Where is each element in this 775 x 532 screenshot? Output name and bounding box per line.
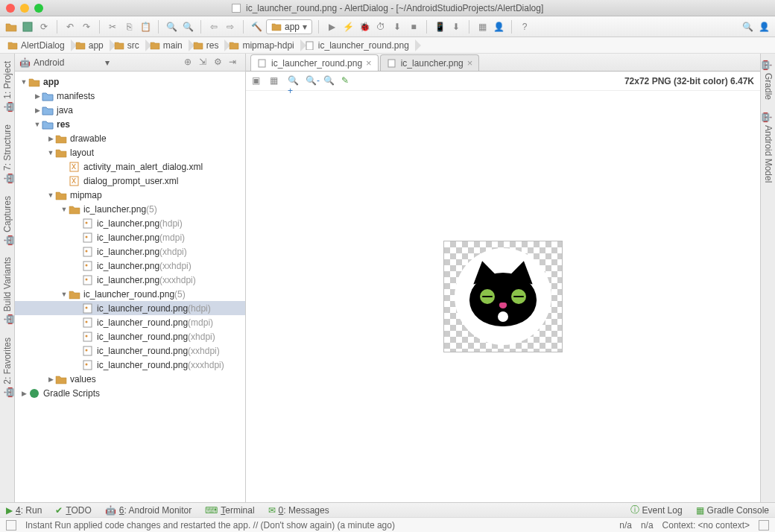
tool-window-tab[interactable]: 🤖7: Structure bbox=[2, 121, 13, 186]
bottom-tool-tab[interactable]: 🤖6: Android Monitor bbox=[105, 505, 192, 516]
tool-window-tab[interactable]: 🤖Captures bbox=[2, 193, 13, 247]
tool-window-tab[interactable]: 🤖Build Variants bbox=[2, 254, 13, 326]
replace-icon[interactable]: 🔍 bbox=[181, 20, 194, 34]
tree-node[interactable]: ▼ic_launcher.png (5) bbox=[15, 202, 245, 216]
undo-icon[interactable]: ↶ bbox=[63, 20, 77, 34]
gear-icon[interactable]: ⚙ bbox=[214, 57, 226, 69]
tree-node[interactable]: ic_launcher.png (mdpi) bbox=[15, 230, 245, 244]
target-icon[interactable]: ⊕ bbox=[184, 57, 196, 69]
search-everywhere-icon[interactable]: 🔍 bbox=[741, 20, 754, 34]
expand-arrow-icon[interactable]: ▼ bbox=[60, 206, 69, 213]
expand-arrow-icon[interactable]: ▶ bbox=[33, 107, 42, 114]
tree-node[interactable]: ▶values bbox=[15, 372, 245, 386]
expand-arrow-icon[interactable]: ▶ bbox=[46, 135, 55, 142]
project-tree[interactable]: ▼app▶manifests▶java▼res▶drawable▼layoutx… bbox=[15, 72, 245, 502]
actual-size-icon[interactable]: ▣ bbox=[252, 75, 264, 87]
project-view-label[interactable]: Android bbox=[34, 57, 102, 68]
expand-arrow-icon[interactable]: ▶ bbox=[19, 390, 28, 397]
zoom-window-button[interactable] bbox=[34, 4, 43, 13]
apply-changes-icon[interactable]: ⚡ bbox=[341, 20, 355, 34]
tree-node[interactable]: ic_launcher.png (xxxhdpi) bbox=[15, 273, 245, 287]
image-canvas[interactable] bbox=[246, 91, 760, 502]
zoom-in-icon[interactable]: 🔍+ bbox=[288, 75, 300, 87]
tree-node[interactable]: ▼res bbox=[15, 117, 245, 131]
editor-tab[interactable]: ic_launcher.png× bbox=[380, 54, 480, 71]
stop-icon[interactable]: ■ bbox=[407, 20, 420, 34]
fit-zoom-icon[interactable]: 🔍 bbox=[323, 75, 335, 87]
forward-icon[interactable]: ⇨ bbox=[224, 20, 237, 34]
tree-node[interactable]: ▼app bbox=[15, 75, 245, 89]
theme-editor-icon[interactable]: 👤 bbox=[492, 20, 505, 34]
tree-node[interactable]: ▼ic_launcher_round.png (5) bbox=[15, 287, 245, 301]
tool-window-tab[interactable]: 🤖2: Favorites bbox=[2, 335, 13, 399]
status-indicator-icon[interactable] bbox=[6, 520, 16, 531]
redo-icon[interactable]: ↷ bbox=[80, 20, 93, 34]
open-icon[interactable] bbox=[4, 20, 18, 34]
user-icon[interactable]: 👤 bbox=[757, 20, 771, 34]
hide-panel-icon[interactable]: ⇥ bbox=[229, 57, 241, 69]
bottom-tool-tab[interactable]: ⓘEvent Log bbox=[630, 504, 683, 516]
tree-node[interactable]: ▼layout bbox=[15, 145, 245, 159]
tree-node[interactable]: ic_launcher.png (xxhdpi) bbox=[15, 259, 245, 273]
close-tab-icon[interactable]: × bbox=[366, 57, 372, 69]
editor-tab[interactable]: ic_launcher_round.png× bbox=[250, 54, 379, 71]
expand-arrow-icon[interactable]: ▶ bbox=[33, 92, 42, 100]
close-tab-icon[interactable]: × bbox=[467, 57, 473, 69]
tree-node[interactable]: ic_launcher_round.png (mdpi) bbox=[15, 315, 245, 329]
bottom-tool-tab[interactable]: ✔TODO bbox=[55, 505, 91, 516]
tree-node[interactable]: xactivity_main_alert_dialog.xml bbox=[15, 159, 245, 174]
tree-node[interactable]: ic_launcher_round.png (xxhdpi) bbox=[15, 343, 245, 358]
bottom-tool-tab[interactable]: ⌨Terminal bbox=[205, 505, 254, 516]
help-icon[interactable]: ? bbox=[518, 20, 531, 34]
expand-arrow-icon[interactable]: ▼ bbox=[33, 121, 42, 128]
back-icon[interactable]: ⇦ bbox=[207, 20, 221, 34]
breadcrumb-item[interactable]: src bbox=[111, 38, 147, 53]
breadcrumb-item[interactable]: res bbox=[190, 38, 227, 53]
memory-indicator-icon[interactable] bbox=[759, 520, 769, 531]
status-context[interactable]: Context: <no context> bbox=[662, 520, 750, 531]
sync-icon[interactable]: ⟳ bbox=[37, 20, 51, 34]
tree-node[interactable]: ▶Gradle Scripts bbox=[15, 386, 245, 400]
breadcrumb-item[interactable]: app bbox=[72, 38, 111, 53]
run-config-dropdown[interactable]: app ▾ bbox=[266, 19, 312, 34]
make-icon[interactable]: 🔨 bbox=[250, 20, 263, 34]
tree-node[interactable]: ▶drawable bbox=[15, 131, 245, 145]
tool-window-tab[interactable]: 🤖1: Project bbox=[2, 58, 13, 114]
tree-node[interactable]: xdialog_prompt_user.xml bbox=[15, 174, 245, 188]
zoom-out-icon[interactable]: 🔍- bbox=[306, 75, 317, 87]
tree-node[interactable]: ic_launcher_round.png (hdpi) bbox=[15, 301, 245, 315]
expand-arrow-icon[interactable]: ▶ bbox=[46, 376, 55, 383]
collapse-icon[interactable]: ⇲ bbox=[199, 57, 211, 69]
bottom-tool-tab[interactable]: ▦Gradle Console bbox=[696, 504, 769, 516]
tree-node[interactable]: ▶java bbox=[15, 103, 245, 117]
attach-icon[interactable]: ⬇ bbox=[390, 20, 404, 34]
layout-inspector-icon[interactable]: ▦ bbox=[475, 20, 489, 34]
tree-node[interactable]: ic_launcher.png (xhdpi) bbox=[15, 244, 245, 259]
copy-icon[interactable]: ⎘ bbox=[122, 20, 136, 34]
expand-arrow-icon[interactable]: ▼ bbox=[46, 149, 55, 156]
breadcrumb-item[interactable]: mipmap-hdpi bbox=[226, 38, 301, 53]
paste-icon[interactable]: 📋 bbox=[139, 20, 152, 34]
run-icon[interactable]: ▶ bbox=[325, 20, 338, 34]
bottom-tool-tab[interactable]: ✉0: Messages bbox=[268, 505, 329, 516]
sdk-icon[interactable]: ⬇ bbox=[449, 20, 463, 34]
tree-node[interactable]: ▼mipmap bbox=[15, 188, 245, 202]
debug-icon[interactable]: 🐞 bbox=[358, 20, 371, 34]
find-icon[interactable]: 🔍 bbox=[165, 20, 178, 34]
expand-arrow-icon[interactable]: ▼ bbox=[19, 78, 28, 86]
color-picker-icon[interactable]: ✎ bbox=[341, 75, 353, 87]
tool-window-tab[interactable]: 🤖Android Model bbox=[763, 110, 774, 186]
chevron-down-icon[interactable]: ▾ bbox=[105, 57, 110, 68]
breadcrumb-item[interactable]: main bbox=[147, 38, 190, 53]
tree-node[interactable]: ic_launcher.png (hdpi) bbox=[15, 216, 245, 230]
grid-icon[interactable]: ▦ bbox=[270, 75, 282, 87]
tool-window-tab[interactable]: 🤖Gradle bbox=[763, 58, 774, 103]
tree-node[interactable]: ic_launcher_round.png (xhdpi) bbox=[15, 329, 245, 343]
breadcrumb-item[interactable]: AlertDialog bbox=[4, 38, 72, 53]
cut-icon[interactable]: ✂ bbox=[106, 20, 119, 34]
expand-arrow-icon[interactable]: ▼ bbox=[60, 291, 69, 298]
bottom-tool-tab[interactable]: ▶4: Run bbox=[6, 505, 42, 516]
breadcrumb-item[interactable]: ic_launcher_round.png bbox=[302, 38, 417, 53]
expand-arrow-icon[interactable]: ▼ bbox=[46, 191, 55, 199]
minimize-window-button[interactable] bbox=[20, 4, 29, 13]
